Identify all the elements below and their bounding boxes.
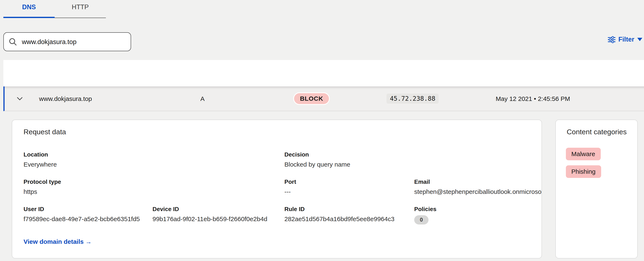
search-input[interactable] [21,37,122,46]
table-header: Request Request type Decision Source IP … [3,60,644,86]
field-email-value: stephen@stephenperciballioutlook.onmicro… [414,188,542,195]
field-rule-id-label: Rule ID [284,206,394,212]
field-protocol-type: Protocol type https [24,178,61,195]
field-email-label: Email [414,178,542,185]
row-time: May 12 2021 • 2:45:56 PM [496,95,570,102]
chevron-down-icon [637,38,642,41]
dns-logs-page: DNS HTTP Filter [0,0,644,261]
field-device-id-value: 99b176ad-9f02-11eb-b659-f2660f0e2b4d [152,215,268,222]
source-ip-chip: 45.72.238.88 [386,94,439,104]
content-categories-panel: Content categories Malware Phishing [555,120,638,259]
tab-dns-active-underline [3,17,54,18]
request-data-panel: Request data Location Everywhere Decisio… [12,120,542,259]
category-badge-malware: Malware [566,148,600,160]
field-device-id: Device ID 99b176ad-9f02-11eb-b659-f2660f… [152,206,268,222]
search-icon [9,38,17,46]
row-expand-chevron-down-icon[interactable] [17,97,23,100]
field-email: Email stephen@stephenperciballioutlook.o… [414,178,542,195]
field-decision-value: Blocked by query name [284,161,350,168]
content-categories-title: Content categories [567,128,626,136]
field-location-label: Location [24,151,57,158]
decision-block-badge: BLOCK [294,93,329,104]
field-user-id: User ID f79589ec-dae8-49e7-a5e2-bcb6e635… [24,206,140,222]
field-policies: Policies 0 [414,206,436,225]
field-location: Location Everywhere [24,151,57,168]
field-user-id-value: f79589ec-dae8-49e7-a5e2-bcb6e6351fd5 [24,215,140,222]
field-device-id-label: Device ID [152,206,268,212]
field-policies-label: Policies [414,206,436,212]
request-data-title: Request data [24,128,66,136]
field-port: Port --- [284,178,296,195]
tab-http[interactable]: HTTP [54,0,106,18]
row-request: www.dokjasura.top [39,95,92,102]
field-user-id-label: User ID [24,206,140,212]
field-rule-id: Rule ID 282ae51d567b4a16bd9fe5ee8e9964c3 [284,206,394,222]
filter-button[interactable]: Filter [608,36,642,43]
field-decision-label: Decision [284,151,350,158]
field-port-label: Port [284,178,296,185]
table-row[interactable]: www.dokjasura.top A BLOCK 45.72.238.88 M… [3,86,644,111]
field-protocol-type-value: https [24,188,61,195]
view-domain-details-link[interactable]: View domain details → [24,238,92,245]
tab-dns-label: DNS [22,3,36,11]
category-badge-phishing: Phishing [566,165,601,178]
tab-http-label: HTTP [72,3,89,11]
filter-sliders-icon [608,36,616,43]
field-protocol-type-label: Protocol type [24,178,61,185]
filter-label: Filter [618,36,634,43]
field-rule-id-value: 282ae51d567b4a16bd9fe5ee8e9964c3 [284,215,394,222]
policies-count-badge: 0 [414,215,428,225]
field-location-value: Everywhere [24,161,57,168]
search-box[interactable] [3,32,131,51]
row-request-type: A [200,95,204,102]
tab-dns[interactable]: DNS [3,0,54,18]
field-port-value: --- [284,188,296,195]
tab-http-underline [54,17,106,18]
field-decision: Decision Blocked by query name [284,151,350,168]
